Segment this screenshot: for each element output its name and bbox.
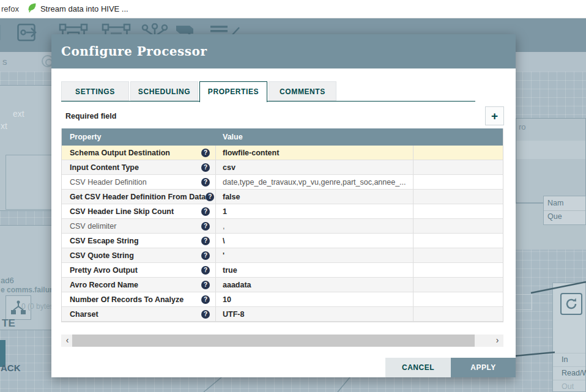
table-row[interactable]: CSV delimiter ? ,	[62, 219, 503, 234]
property-value[interactable]: '	[216, 248, 414, 262]
connection-name-label: Nam	[547, 199, 563, 207]
property-value[interactable]: UTF-8	[216, 307, 414, 321]
status-text: s	[2, 56, 7, 67]
property-value[interactable]: ,	[216, 219, 414, 233]
scroll-right-icon[interactable]: ›	[492, 335, 502, 347]
browser-tab-title[interactable]: Stream data into HIVE ...	[40, 4, 128, 13]
property-value[interactable]: false	[216, 190, 414, 204]
help-icon[interactable]: ?	[201, 178, 210, 187]
tab-scheduling[interactable]: SCHEDULING	[130, 81, 198, 101]
canvas-label: ACK	[1, 363, 21, 373]
tab-comments[interactable]: COMMENTS	[269, 81, 336, 101]
property-extra-cell	[414, 175, 503, 189]
table-row[interactable]: Schema Output Destination ? flowfile-con…	[62, 146, 503, 160]
property-name: Pretty Avro Output	[70, 266, 138, 275]
configure-processor-dialog: Configure Processor SETTINGSSCHEDULINGPR…	[51, 34, 516, 377]
table-row[interactable]: CSV Escape String ? \	[62, 234, 503, 248]
property-name: CSV Header Definition	[70, 178, 147, 187]
property-extra-cell	[414, 307, 503, 321]
property-name: CSV Header Line Skip Count	[70, 207, 174, 216]
table-row[interactable]: CSV Header Definition ? date,type_de_tra…	[62, 175, 503, 190]
help-icon[interactable]: ?	[201, 222, 210, 231]
table-row[interactable]: Avro Record Name ? aaadata	[62, 278, 503, 292]
property-value[interactable]: 1	[216, 204, 414, 218]
processor-component: In Read/W Out	[552, 283, 586, 392]
refresh-icon	[560, 293, 582, 315]
table-row[interactable]: Number Of Records To Analyze ? 10	[62, 292, 503, 307]
property-extra-cell	[414, 190, 503, 204]
scrollbar-thumb[interactable]	[72, 335, 475, 347]
property-name: CSV delimiter	[70, 222, 116, 231]
group-name: ad6	[1, 276, 14, 285]
property-value[interactable]: 10	[216, 292, 414, 306]
tab-underline	[61, 101, 475, 102]
property-name: CSV Escape String	[70, 237, 139, 245]
help-icon[interactable]: ?	[206, 193, 214, 201]
help-icon[interactable]: ?	[201, 251, 210, 260]
property-extra-cell	[414, 204, 503, 218]
help-icon[interactable]: ?	[201, 237, 210, 245]
connection-midpoint	[515, 294, 532, 310]
help-icon[interactable]: ?	[201, 149, 210, 157]
table-row[interactable]: Pretty Avro Output ? true	[62, 263, 503, 278]
table-header: Property Value	[62, 128, 503, 146]
proc-stat-in: In	[553, 353, 585, 366]
connection-queue-label: Que	[547, 212, 562, 221]
property-name: CSV Quote String	[70, 251, 134, 260]
apply-button[interactable]: APPLY	[451, 358, 516, 377]
output-port-icon	[17, 23, 40, 44]
properties-table-body: Schema Output Destination ? flowfile-con…	[62, 146, 503, 322]
property-name: Schema Output Destination	[70, 149, 170, 157]
browser-tab-bar[interactable]: refox Stream data into HIVE ...	[0, 0, 586, 18]
property-name: Input Content Type	[70, 163, 139, 172]
browser-window-label: refox	[1, 4, 19, 13]
help-icon[interactable]: ?	[201, 281, 210, 289]
group-label: xt	[1, 121, 7, 131]
property-name: Avro Record Name	[70, 281, 138, 289]
help-icon[interactable]: ?	[201, 295, 210, 304]
proc-stat-readwrite: Read/W	[553, 366, 585, 380]
help-icon[interactable]: ?	[201, 163, 210, 172]
screen: s − ext xt − ad6 e comms.failur 0 (0 byt…	[0, 0, 586, 392]
property-value[interactable]: csv	[216, 160, 414, 174]
help-icon[interactable]: ?	[201, 310, 210, 319]
tab-properties[interactable]: PROPERTIES	[199, 81, 267, 102]
column-header-property: Property	[62, 133, 216, 141]
group-text: TE	[2, 317, 15, 330]
table-row[interactable]: Input Content Type ? csv	[62, 160, 503, 175]
property-value[interactable]: flowfile-content	[216, 146, 414, 160]
help-icon[interactable]: ?	[201, 207, 210, 216]
property-name: Number Of Records To Analyze	[70, 295, 184, 304]
tab-settings[interactable]: SETTINGS	[61, 81, 129, 101]
property-value[interactable]: date,type_de_travaux,vp_vu,genre,part_so…	[216, 175, 414, 189]
connection-label-box: Nam Que	[543, 196, 586, 225]
scroll-left-icon[interactable]: ‹	[62, 335, 72, 347]
group-label: ext	[13, 109, 24, 119]
processor-icon	[0, 23, 2, 44]
add-property-button[interactable]: +	[485, 106, 504, 125]
property-extra-cell	[414, 248, 503, 262]
table-row[interactable]: Get CSV Header Definition From Data ? fa…	[62, 190, 503, 204]
property-value[interactable]: aaadata	[216, 278, 414, 292]
property-extra-cell	[414, 292, 503, 306]
group-name: ro	[519, 122, 526, 131]
property-extra-cell	[414, 234, 503, 248]
connection-label: e comms.failur	[1, 286, 53, 294]
property-extra-cell	[414, 219, 503, 233]
horizontal-scrollbar[interactable]: ‹ ›	[61, 335, 503, 347]
property-extra-cell	[414, 160, 503, 174]
proc-stat-out: Out	[553, 380, 585, 392]
table-row[interactable]: CSV Quote String ? '	[62, 248, 503, 263]
tab-bar: SETTINGSSCHEDULINGPROPERTIESCOMMENTS	[61, 81, 338, 102]
cancel-button[interactable]: CANCEL	[385, 358, 451, 377]
table-row[interactable]: CSV Header Line Skip Count ? 1	[62, 204, 503, 219]
property-name: Charset	[70, 310, 98, 319]
property-value[interactable]: true	[216, 263, 414, 277]
dialog-title: Configure Processor	[61, 34, 207, 68]
property-name: Get CSV Header Definition From Data	[70, 193, 206, 201]
nifi-leaf-icon	[28, 2, 37, 15]
help-icon[interactable]: ?	[201, 266, 210, 275]
table-row[interactable]: Charset ? UTF-8	[62, 307, 503, 322]
property-extra-cell	[414, 146, 503, 160]
property-value[interactable]: \	[216, 234, 414, 248]
